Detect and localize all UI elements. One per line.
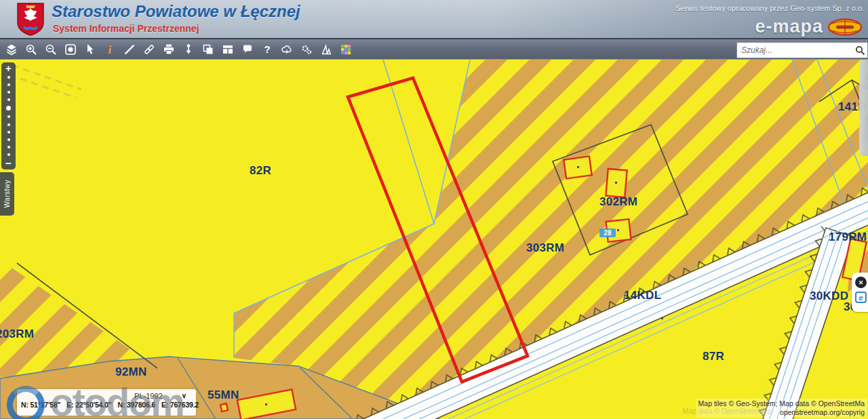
annotation-balloon-icon[interactable] — [241, 43, 254, 56]
svg-text:i: i — [108, 43, 112, 55]
street-view-pin-icon[interactable] — [182, 43, 195, 56]
svg-text:?: ? — [264, 43, 270, 55]
layers-panel-tab[interactable]: Warstwy — [0, 172, 14, 216]
zoom-in-button[interactable]: + — [5, 62, 12, 75]
search-icon[interactable] — [852, 43, 867, 57]
crs-selector[interactable]: PL-1992 — [134, 392, 163, 400]
chevron-down-icon[interactable]: ∨ — [182, 392, 186, 399]
zoom-level-dots[interactable] — [6, 75, 11, 157]
legend-palette-icon[interactable] — [339, 43, 353, 56]
search-box — [736, 42, 868, 58]
cursor-coordinates: N: 51°17'58" E: 22°50'54.0" N: 397806.6 … — [21, 401, 192, 409]
print-icon[interactable] — [162, 43, 176, 56]
copy-view-icon[interactable] — [201, 43, 215, 56]
settings-gears-icon[interactable] — [300, 43, 313, 56]
app-subtitle: System Informacji Przestrzennej — [53, 23, 199, 34]
map-canvas[interactable]: 82R 302RM 303RM 14KDL 87R 92MN 55MN 203R… — [0, 60, 868, 419]
emapa-brand: e-mapa — [755, 16, 823, 37]
layers-tab-label: Warstwy — [3, 180, 11, 207]
attribution-link[interactable]: openstreetmap.org/copyrig — [698, 408, 865, 417]
measure-icon[interactable] — [123, 43, 136, 56]
coordinates-panel: PL-1992 ∨ N: 51°17'58" E: 22°50'54.0" N:… — [17, 389, 196, 416]
marker-popup: ✕ e — [852, 273, 868, 312]
zoom-in-icon[interactable] — [24, 43, 38, 56]
collapsed-panel-sliver[interactable] — [859, 60, 868, 156]
zoom-out-button[interactable]: − — [5, 157, 12, 169]
map-toolbar: i — [0, 39, 868, 60]
search-input[interactable] — [737, 45, 852, 55]
zoom-current-level[interactable] — [6, 106, 11, 111]
emapa-marker-icon[interactable]: e — [855, 292, 867, 303]
help-icon[interactable]: ? — [260, 43, 274, 56]
cloud-services-icon[interactable] — [280, 43, 294, 56]
pointer-icon[interactable] — [83, 43, 97, 56]
zoom-out-icon[interactable] — [44, 43, 58, 56]
map-base-layer — [0, 60, 868, 419]
building-number-badge: 28 — [599, 228, 616, 237]
coat-of-arms-logo — [16, 3, 45, 39]
info-icon[interactable]: i — [103, 43, 117, 56]
attribution-line1: Map tiles © Geo-System; Map data © OpenS… — [698, 399, 865, 408]
app-title: Starostwo Powiatowe w Łęcznej — [52, 2, 300, 21]
full-extent-icon[interactable] — [64, 43, 77, 56]
geosystem-globe-icon — [827, 18, 863, 39]
header: Starostwo Powiatowe w Łęcznej System Inf… — [0, 0, 868, 39]
gis-app-window: Starostwo Powiatowe w Łęcznej System Inf… — [0, 0, 868, 419]
service-note: Serwis testowy opracowany przez Geo-syst… — [675, 4, 864, 12]
link-icon[interactable] — [142, 43, 156, 56]
zoom-slider: + − — [1, 62, 16, 169]
layers-icon[interactable] — [5, 43, 18, 56]
map-attribution: Map tiles © Geo-System; Map data © OpenS… — [696, 399, 867, 418]
layout-panels-icon[interactable] — [221, 43, 235, 56]
close-icon[interactable]: ✕ — [855, 277, 867, 288]
measure-area-icon[interactable] — [319, 43, 333, 56]
